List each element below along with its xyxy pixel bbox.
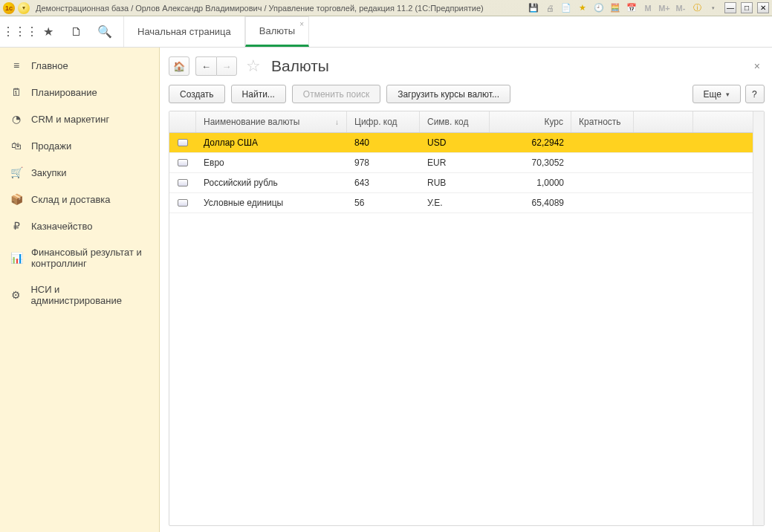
sidebar-item-0[interactable]: ≡Главное: [0, 52, 159, 79]
memory-m-icon[interactable]: M: [642, 2, 654, 14]
search-icon[interactable]: 🔍: [91, 16, 119, 47]
grid-scrollbar[interactable]: [753, 111, 764, 525]
row-icon: [178, 179, 188, 186]
sidebar-item-icon: 📦: [10, 193, 22, 205]
page-close-button[interactable]: ×: [750, 60, 765, 72]
nav-forward-button[interactable]: →: [216, 56, 237, 76]
window-title: Демонстрационная база / Орлов Александр …: [36, 4, 484, 13]
sidebar-item-label: Склад и доставка: [31, 194, 111, 205]
info-icon[interactable]: ⓘ: [691, 2, 703, 14]
favorite-star-icon[interactable]: ☆: [246, 56, 261, 76]
cell-rate: 1,0000: [490, 173, 571, 192]
row-icon: [178, 159, 188, 166]
favorites-icon[interactable]: ★: [34, 16, 62, 47]
table-row[interactable]: Российский рубль643RUB1,0000: [169, 173, 753, 193]
tab-home-label: Начальная страница: [137, 26, 231, 37]
tab-home[interactable]: Начальная страница: [123, 16, 245, 47]
cell-sym: У.Е.: [420, 193, 490, 213]
tab-currencies-label: Валюты: [259, 25, 295, 36]
column-icon[interactable]: [169, 111, 196, 132]
sidebar-item-7[interactable]: 📊Финансовый результат и контроллинг: [0, 239, 159, 276]
sidebar-item-icon: 🛒: [10, 166, 22, 178]
info-dropdown-icon[interactable]: ▾: [707, 2, 719, 14]
sidebar: ≡Главное🗓Планирование◔CRM и маркетинг🛍Пр…: [0, 48, 160, 532]
column-name-label: Наименование валюты: [204, 117, 299, 127]
sidebar-item-icon: 🛍: [10, 140, 22, 152]
page-title: Валюты: [271, 57, 329, 75]
main-menu-dropdown-icon[interactable]: ▾: [18, 2, 30, 14]
apps-grid-icon[interactable]: ⋮⋮⋮: [6, 16, 34, 47]
history-icon[interactable]: 🕘: [593, 2, 605, 14]
cell-num: 56: [347, 193, 420, 213]
tab-close-icon[interactable]: ×: [299, 20, 304, 28]
sidebar-item-label: НСИ и администрирование: [30, 284, 149, 306]
cell-num: 978: [347, 153, 420, 172]
cell-sym: RUB: [420, 173, 490, 192]
grid-header: Наименование валюты↓ Цифр. код Симв. код…: [169, 111, 753, 133]
sidebar-item-6[interactable]: ₽Казначейство: [0, 213, 159, 239]
more-button[interactable]: Еще: [692, 85, 741, 103]
window-minimize-button[interactable]: —: [724, 2, 736, 13]
sidebar-item-2[interactable]: ◔CRM и маркетинг: [0, 106, 159, 132]
create-button[interactable]: Создать: [169, 85, 225, 103]
row-icon: [178, 199, 188, 207]
clipboard-icon[interactable]: 🗋: [62, 16, 91, 47]
cell-name: Условные единицы: [196, 193, 347, 213]
sidebar-item-8[interactable]: ⚙НСИ и администрирование: [0, 276, 159, 314]
sidebar-item-icon: 🗓: [10, 86, 22, 98]
column-extra1[interactable]: [634, 111, 693, 132]
calendar-icon[interactable]: 📅: [626, 2, 638, 14]
sidebar-item-icon: ⚙: [10, 289, 22, 301]
main-panel: 🏠 ← → ☆ Валюты × Создать Найти... Отмени…: [160, 48, 772, 532]
cell-rate: 62,2942: [490, 133, 571, 152]
sidebar-item-label: Продажи: [31, 140, 71, 152]
tab-currencies[interactable]: Валюты ×: [245, 16, 309, 47]
column-multiplicity[interactable]: Кратность: [571, 111, 634, 132]
help-button[interactable]: ?: [745, 85, 765, 103]
print-icon[interactable]: 🖨: [544, 2, 556, 14]
cell-name: Российский рубль: [196, 173, 347, 192]
table-row[interactable]: Евро978EUR70,3052: [169, 153, 753, 173]
save-icon[interactable]: 💾: [528, 2, 539, 14]
action-toolbar: Создать Найти... Отменить поиск Загрузит…: [169, 85, 765, 111]
column-extra2[interactable]: [693, 111, 753, 132]
nav-back-forward: ← →: [195, 56, 237, 76]
sort-indicator-icon: ↓: [335, 118, 339, 126]
cell-name: Евро: [196, 153, 347, 172]
sidebar-item-4[interactable]: 🛒Закупки: [0, 159, 159, 186]
table-row[interactable]: Условные единицы56У.Е.65,4089: [169, 193, 753, 213]
sidebar-item-icon: ◔: [10, 113, 22, 125]
cell-mult: [571, 133, 634, 152]
cell-mult: [571, 173, 634, 192]
table-row[interactable]: Доллар США840USD62,2942: [169, 133, 753, 153]
sidebar-item-icon: ₽: [10, 220, 22, 232]
window-close-button[interactable]: ✕: [757, 2, 769, 13]
cell-num: 643: [347, 173, 420, 192]
cell-name: Доллар США: [196, 133, 347, 152]
row-icon: [178, 139, 188, 146]
column-rate[interactable]: Курс: [490, 111, 571, 132]
memory-mplus-icon[interactable]: M+: [658, 2, 670, 14]
grid-body[interactable]: Доллар США840USD62,2942Евро978EUR70,3052…: [169, 133, 753, 525]
print-preview-icon[interactable]: 📄: [560, 2, 572, 14]
sidebar-item-1[interactable]: 🗓Планирование: [0, 79, 159, 106]
calculator-icon[interactable]: 🧮: [609, 2, 621, 14]
column-name[interactable]: Наименование валюты↓: [196, 111, 347, 132]
column-num-code[interactable]: Цифр. код: [347, 111, 420, 132]
find-button[interactable]: Найти...: [231, 85, 286, 103]
home-button[interactable]: 🏠: [169, 56, 189, 76]
load-rates-button[interactable]: Загрузить курсы валют...: [386, 85, 510, 103]
cell-num: 840: [347, 133, 420, 152]
memory-mminus-icon[interactable]: M-: [675, 2, 687, 14]
sidebar-item-5[interactable]: 📦Склад и доставка: [0, 186, 159, 213]
favorites-star-icon[interactable]: ★: [577, 2, 588, 14]
cell-mult: [571, 193, 634, 213]
sidebar-item-label: Казначейство: [31, 221, 92, 232]
sidebar-item-3[interactable]: 🛍Продажи: [0, 132, 159, 159]
currency-grid: Наименование валюты↓ Цифр. код Симв. код…: [169, 111, 765, 526]
sidebar-item-label: Планирование: [31, 87, 97, 98]
column-sym-code[interactable]: Симв. код: [420, 111, 490, 132]
sidebar-item-icon: ≡: [10, 59, 22, 71]
window-maximize-button[interactable]: □: [741, 2, 753, 13]
nav-back-button[interactable]: ←: [195, 56, 216, 76]
